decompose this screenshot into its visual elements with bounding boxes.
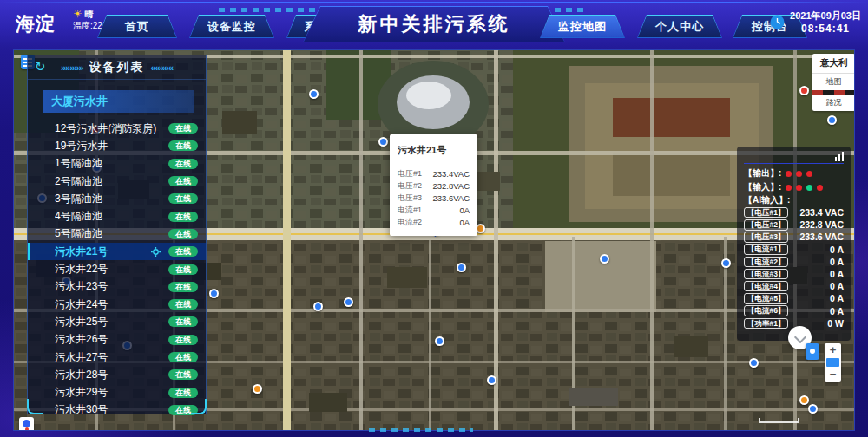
output-status-row: 【输出】:: [744, 166, 844, 180]
nav-home-button[interactable]: 首页: [97, 15, 177, 38]
device-label: 污水井21号: [55, 245, 151, 259]
map-poi-label: 意大利: [812, 54, 855, 74]
device-list-item[interactable]: 污水井25号在线: [28, 313, 206, 330]
device-label: 污水井23号: [55, 279, 168, 294]
measurement-value: 0 A: [830, 269, 844, 279]
map-type-control: 意大利 地图 路况: [812, 54, 855, 111]
popup-row: 电压#3233.6VAC: [398, 192, 470, 204]
output-dots: [781, 171, 812, 177]
header-deco-line: [0, 2, 868, 3]
device-list-item[interactable]: 1号隔油池在线: [28, 155, 206, 173]
nav-monitor-map-button[interactable]: 监控地图: [540, 15, 625, 38]
nav-device-monitor-button[interactable]: 设备监控: [189, 15, 274, 38]
measurement-value: 232.8 VAC: [799, 219, 844, 230]
device-label: 12号污水井(消防泵房): [55, 121, 168, 136]
map-canvas[interactable]: ↻ »»»»» 设备列表 ««««« 大厦污水井 12号污水井(消防泵房)在线1…: [13, 49, 855, 431]
device-list-item[interactable]: 3号隔油池在线: [28, 190, 206, 207]
device-label: 污水井26号: [55, 332, 168, 347]
device-list: 12号污水井(消防泵房)在线19号污水井在线1号隔油池在线2号隔油池在线3号隔油…: [28, 120, 206, 419]
poi-marker[interactable]: [721, 258, 731, 268]
device-list-item[interactable]: 4号隔油池在线: [28, 207, 206, 225]
zoom-in-button[interactable]: +: [825, 343, 841, 357]
device-list-item[interactable]: 污水井26号在线: [28, 331, 206, 349]
device-list-item[interactable]: 污水井21号在线: [28, 243, 206, 260]
device-label: 污水井30号: [55, 402, 168, 417]
header-bar: 海淀 ☀ 晴 温度:22℃ 首页 设备监控 系统总览 新中关排污系统 监控地图 …: [0, 0, 868, 49]
popup-row-label: 电流#1: [398, 205, 422, 216]
device-list-item[interactable]: 污水井28号在线: [28, 366, 206, 383]
status-dot-red: [796, 185, 802, 191]
device-list-item[interactable]: 污水井27号在线: [28, 349, 206, 366]
popup-row: 电压#2232.8VAC: [398, 179, 470, 192]
device-list-title: 设备列表: [89, 60, 145, 75]
device-list-item[interactable]: 污水井22号在线: [28, 260, 206, 277]
online-badge: 在线: [168, 212, 198, 222]
popup-row-value: 0A: [459, 218, 470, 227]
device-list-item[interactable]: 12号污水井(消防泵房)在线: [28, 120, 206, 137]
deco-arrows-right: «««««: [151, 62, 174, 73]
device-list-item[interactable]: 5号隔油池在线: [28, 225, 206, 243]
status-dot-red: [817, 185, 823, 191]
online-badge: 在线: [168, 352, 198, 362]
zoom-out-button[interactable]: −: [825, 368, 841, 382]
poi-marker[interactable]: [253, 384, 262, 394]
streetview-icon[interactable]: [806, 343, 819, 360]
weather-condition: 晴: [85, 10, 94, 19]
device-list-item[interactable]: 污水井24号在线: [28, 296, 206, 313]
popup-row-label: 电压#1: [398, 168, 422, 179]
ai-input-label: 【AI输入】:: [744, 194, 790, 206]
measurement-value: 0 A: [830, 293, 844, 303]
poi-marker[interactable]: [749, 358, 759, 368]
poi-marker[interactable]: [309, 89, 319, 99]
measurement-rows: 【电压#1】233.4 VAC【电压#2】232.8 VAC【电压#3】233.…: [744, 206, 844, 329]
online-badge: 在线: [168, 193, 198, 204]
status-dot-red: [796, 171, 802, 177]
measurement-value: 0 A: [830, 257, 844, 267]
zoom-slider-handle[interactable]: [826, 358, 839, 367]
measurement-value: 233.6 VAC: [799, 232, 844, 242]
device-list-item[interactable]: 2号隔油池在线: [28, 173, 206, 190]
measurement-row: 【电流#2】0 A: [744, 256, 844, 268]
map-zoom-control: + −: [825, 343, 841, 382]
nav-personal-center-button[interactable]: 个人中心: [637, 15, 722, 38]
poi-marker[interactable]: [435, 336, 444, 346]
map-type-map-button[interactable]: 地图: [812, 74, 855, 90]
input-label: 【输入】:: [744, 181, 781, 193]
measurement-label: 【电流#4】: [744, 281, 788, 292]
poi-marker[interactable]: [808, 404, 818, 414]
poi-marker[interactable]: [600, 254, 609, 264]
map-type-traffic-button[interactable]: 路况: [812, 95, 855, 111]
status-dot-red: [786, 185, 792, 191]
panel-divider: [744, 163, 844, 164]
poi-marker[interactable]: [799, 86, 809, 95]
device-list-item[interactable]: 污水井29号在线: [28, 383, 206, 401]
input-status-row: 【输入】:: [744, 180, 844, 194]
device-list-item[interactable]: 污水井23号在线: [28, 278, 206, 296]
clock-icon: [770, 15, 785, 29]
date-label: 2021年09月03日: [790, 10, 861, 23]
popup-row-label: 电流#2: [398, 217, 422, 228]
popup-rows: 电压#1233.4VAC电压#2232.8VAC电压#3233.6VAC电流#1…: [398, 167, 470, 228]
device-list-item[interactable]: 污水井30号在线: [28, 401, 206, 419]
measurement-row: 【电压#1】233.4 VAC: [744, 206, 844, 218]
refresh-icon[interactable]: ↻: [35, 59, 46, 75]
measurement-label: 【电压#1】: [744, 207, 788, 218]
poi-marker[interactable]: [827, 115, 837, 125]
poi-marker[interactable]: [487, 375, 496, 385]
device-group-header[interactable]: 大厦污水井: [43, 90, 194, 113]
poi-marker[interactable]: [799, 395, 809, 405]
map-attribution-logo: [19, 417, 34, 431]
poi-marker[interactable]: [457, 263, 466, 272]
poi-marker[interactable]: [209, 289, 219, 298]
poi-marker[interactable]: [344, 297, 353, 307]
popup-row-value: 0A: [459, 205, 470, 215]
bar-chart-icon[interactable]: [835, 150, 845, 161]
device-label: 污水井28号: [55, 368, 168, 382]
measurement-row: 【电压#2】232.8 VAC: [744, 218, 844, 231]
device-list-item[interactable]: 19号污水井在线: [28, 137, 206, 154]
app-title: 新中关排污系统: [304, 7, 564, 42]
online-badge: 在线: [168, 299, 198, 310]
measurement-row: 【电流#1】0 A: [744, 244, 844, 256]
poi-marker[interactable]: [313, 302, 323, 311]
poi-marker[interactable]: [378, 137, 388, 147]
